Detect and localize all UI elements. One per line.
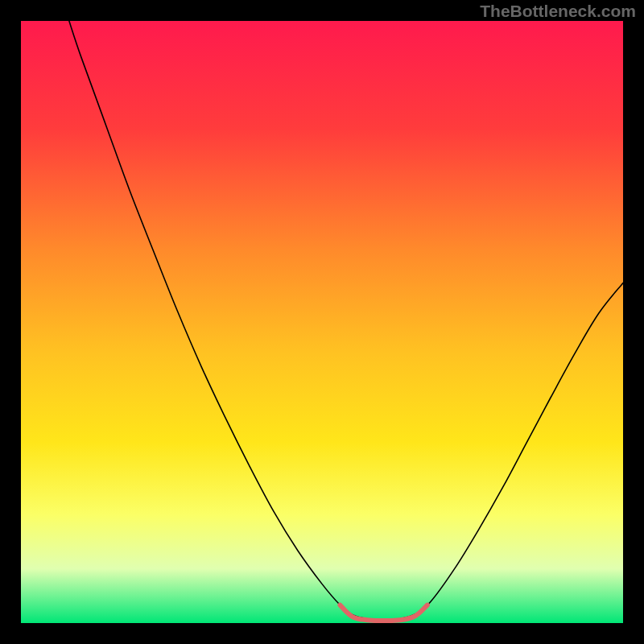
watermark-label: TheBottleneck.com	[480, 2, 636, 21]
plot-area	[21, 21, 623, 623]
chart-container: TheBottleneck.com	[0, 0, 644, 644]
bottleneck-chart	[0, 0, 644, 644]
